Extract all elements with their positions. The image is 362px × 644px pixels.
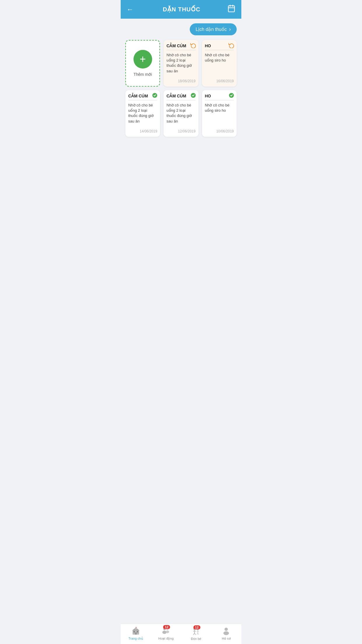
card-divider (205, 50, 234, 50)
medicine-card-4[interactable]: CẢM CÚM Nhờ cô cho bé uống 2 loại thuốc … (164, 90, 198, 137)
schedule-button[interactable]: Lịch dặn thuốc › (190, 23, 237, 35)
nav-item-profile[interactable]: Hồ sơ (211, 626, 242, 640)
header: ← DẶN THUỐC (121, 0, 241, 19)
svg-point-18 (166, 630, 169, 633)
svg-point-29 (225, 628, 228, 631)
card-description: Nhờ cô cho bé uống 2 loại thuốc đúng giờ… (128, 103, 157, 127)
plus-circle: + (133, 50, 152, 69)
svg-marker-14 (136, 627, 137, 628)
svg-rect-0 (229, 6, 235, 12)
svg-rect-12 (135, 629, 136, 629)
clock-icon (190, 42, 196, 50)
svg-point-30 (224, 631, 229, 635)
card-divider (128, 100, 157, 100)
home-icon (131, 626, 140, 636)
check-icon (152, 92, 158, 100)
card-divider (205, 100, 234, 100)
plus-icon: + (140, 54, 146, 64)
schedule-btn-row: Lịch dặn thuốc › (125, 23, 237, 35)
nav-item-activity[interactable]: 12 Hoạt động (151, 626, 181, 640)
card-date: 10/06/2019 (205, 129, 234, 133)
nav-label-activity: Hoạt động (158, 637, 174, 640)
check-icon (229, 92, 234, 100)
page-title: DẶN THUỐC (163, 6, 201, 13)
svg-line-23 (194, 633, 196, 635)
svg-line-27 (197, 633, 198, 635)
add-label: Thêm mới (133, 72, 152, 77)
card-date: 14/06/2019 (128, 129, 157, 133)
nav-item-home[interactable]: Trang chủ (121, 626, 151, 640)
activity-badge: 12 (163, 625, 170, 629)
card-divider (166, 50, 195, 50)
check-icon (190, 92, 196, 100)
medicine-card-2[interactable]: HO Nhờ cô cho bé uống siro ho 16/06/2019 (202, 40, 237, 87)
svg-rect-8 (133, 631, 135, 633)
svg-rect-11 (135, 633, 137, 635)
card-description: Nhờ cô cho bé uống 2 loại thuốc đúng giờ… (166, 52, 195, 77)
svg-point-16 (162, 631, 166, 634)
medicine-card-1[interactable]: CẢM CÚM Nhờ cô cho bé uống 2 loại thuốc … (164, 40, 198, 87)
schedule-button-label: Lịch dặn thuốc (196, 27, 227, 32)
nav-label-profile: Hồ sơ (222, 637, 231, 640)
bottom-nav: Trang chủ 12 Hoạt động 12 (121, 624, 241, 644)
card-divider (166, 100, 195, 100)
cards-grid: + Thêm mới CẢM CÚM Nhờ cô cho bé uống 2 … (125, 40, 237, 137)
medicine-card-5[interactable]: HO Nhờ cô cho bé uống siro ho 10/06/2019 (202, 90, 237, 137)
schedule-arrow-icon: › (229, 26, 231, 32)
card-description: Nhờ cô cho bé uống siro ho (205, 103, 234, 127)
svg-rect-9 (137, 631, 138, 633)
card-date: 16/06/2019 (205, 79, 234, 83)
clock-icon (229, 42, 234, 50)
svg-line-22 (193, 633, 194, 635)
svg-rect-13 (136, 627, 136, 628)
card-date: 12/06/2019 (166, 129, 195, 133)
card-description: Nhờ cô cho bé uống siro ho (205, 52, 234, 77)
svg-line-28 (198, 633, 198, 635)
profile-icon (222, 626, 231, 636)
nav-label-home: Trang chủ (129, 637, 143, 640)
nav-item-pickup[interactable]: 12 Đón bé (181, 626, 211, 640)
card-date: 18/06/2019 (166, 79, 195, 83)
card-description: Nhờ cô cho bé uống 2 loại thuốc đúng giờ… (166, 103, 195, 127)
calendar-button[interactable] (227, 4, 236, 14)
main-content: Lịch dặn thuốc › + Thêm mới CẢM CÚM Nhờ … (121, 19, 241, 160)
back-button[interactable]: ← (126, 5, 136, 13)
nav-label-pickup: Đón bé (191, 637, 201, 640)
medicine-card-3[interactable]: CẢM CÚM Nhờ cô cho bé uống 2 loại thuốc … (125, 90, 160, 137)
pickup-badge: 12 (193, 625, 200, 629)
add-new-card[interactable]: + Thêm mới (125, 40, 160, 87)
